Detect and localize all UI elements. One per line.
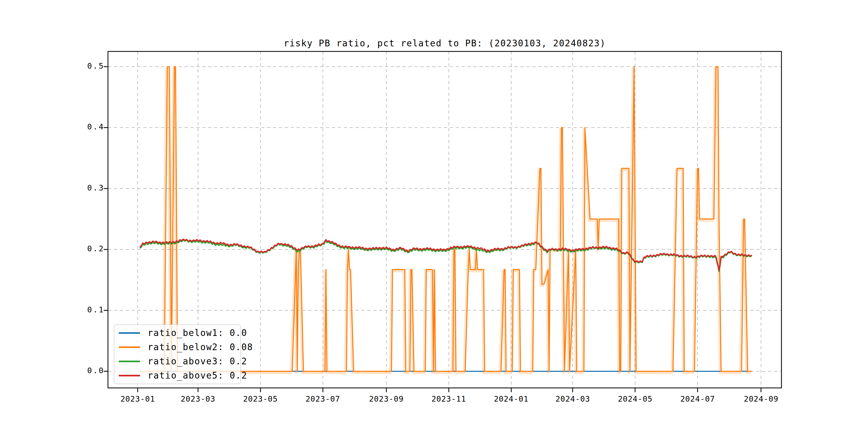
- x-tick-label: 2023-09: [354, 394, 418, 403]
- x-tick-label: 2024-07: [665, 394, 730, 403]
- y-tick-label: 0.5: [67, 61, 104, 70]
- x-tick-label: 2024-01: [479, 394, 543, 403]
- y-tick-label: 0.0: [67, 366, 104, 375]
- legend-line-swatch-icon: [119, 375, 140, 376]
- y-tick-label: 0.1: [67, 305, 104, 314]
- x-tick-label: 2023-03: [166, 394, 230, 403]
- legend-item: ratio_above5: 0.2: [114, 368, 240, 382]
- legend-item-label: ratio_above3: 0.2: [148, 356, 247, 367]
- legend-item-label: ratio_above5: 0.2: [148, 370, 247, 381]
- legend-line-swatch-icon: [119, 346, 140, 348]
- legend-item-label: ratio_below2: 0.08: [148, 342, 253, 352]
- x-tick-label: 2024-05: [603, 394, 667, 403]
- y-tick-label: 0.3: [67, 183, 104, 192]
- legend-item-label: ratio_below1: 0.0: [148, 328, 247, 338]
- matplotlib-figure: risky PB ratio, pct related to PB: (2023…: [0, 0, 868, 434]
- y-tick-label: 0.4: [67, 122, 104, 131]
- legend-item: ratio_above3: 0.2: [114, 354, 240, 368]
- x-tick-label: 2023-05: [228, 394, 292, 403]
- legend-box: ratio_below1: 0.0ratio_below2: 0.08ratio…: [114, 324, 241, 384]
- legend-item: ratio_below2: 0.08: [114, 340, 240, 354]
- legend-line-swatch-icon: [119, 332, 140, 334]
- x-tick-label: 2024-03: [540, 394, 605, 403]
- x-tick-label: 2023-11: [416, 394, 481, 403]
- series-line-ratio_above5: [140, 239, 752, 270]
- x-tick-label: 2023-07: [291, 394, 355, 403]
- chart-title: risky PB ratio, pct related to PB: (2023…: [108, 38, 781, 49]
- x-tick-label: 2023-01: [105, 394, 170, 403]
- y-tick-label: 0.2: [67, 244, 104, 253]
- legend-item: ratio_below1: 0.0: [114, 326, 240, 340]
- legend-line-swatch-icon: [119, 361, 140, 362]
- x-tick-label: 2024-09: [729, 394, 793, 403]
